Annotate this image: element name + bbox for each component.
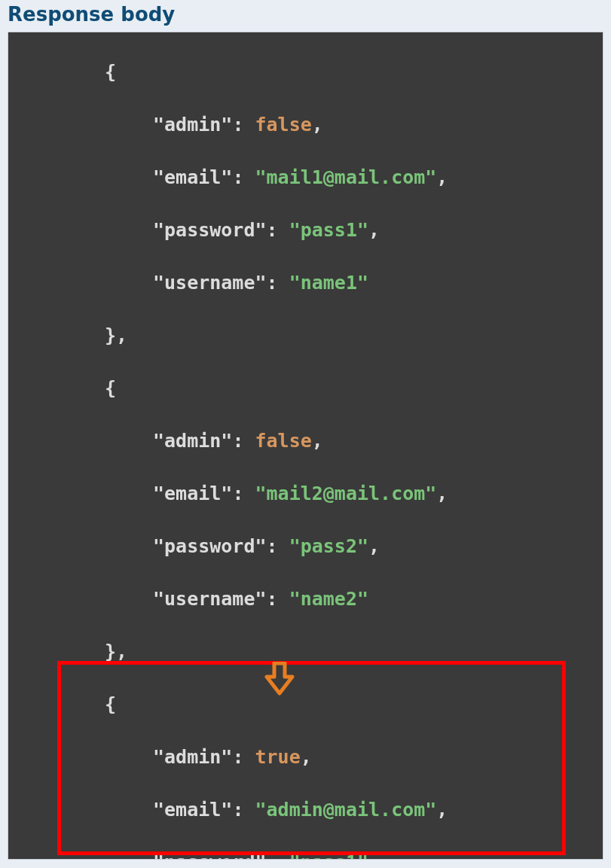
section-header: Response body: [0, 0, 611, 32]
response-body-panel[interactable]: { "admin": false, "email": "mail1@mail.c…: [8, 32, 603, 860]
header-title: Response body: [8, 3, 175, 26]
json-code: { "admin": false, "email": "mail1@mail.c…: [8, 32, 603, 860]
